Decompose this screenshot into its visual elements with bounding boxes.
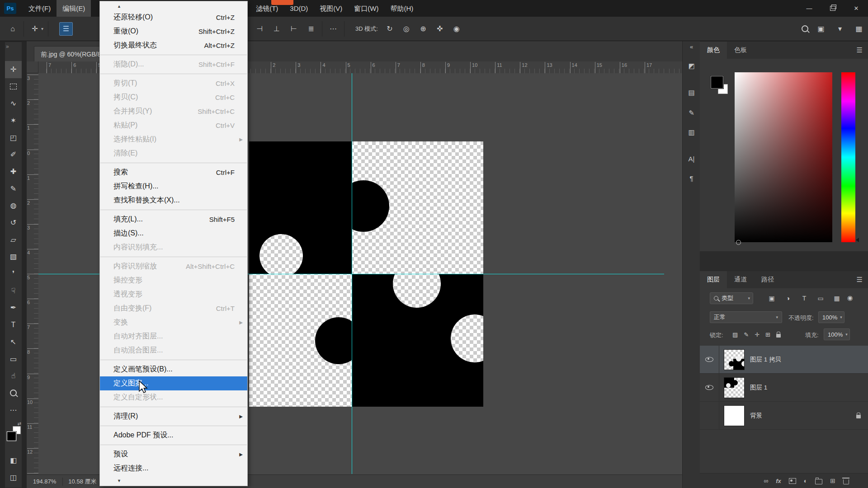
properties-panel-icon[interactable]: ▤ — [683, 89, 700, 97]
brush-settings-panel-icon[interactable]: ✎ — [683, 109, 700, 117]
filter-shape-layers-icon[interactable]: ▭ — [815, 292, 826, 304]
menu-item[interactable]: 定义图案... — [100, 376, 247, 390]
tab-channels[interactable]: 通道 — [727, 271, 754, 288]
lock-pixels-icon[interactable]: ✎ — [744, 331, 749, 338]
menu-item[interactable]: 粘贴(P)Ctrl+V — [100, 118, 247, 132]
search-icon[interactable] — [802, 25, 808, 32]
3d-drag-icon[interactable]: ⊕ — [417, 22, 429, 36]
swap-colors-icon[interactable]: ⇄ — [18, 421, 21, 426]
path-selection-tool[interactable]: ↖ — [5, 333, 22, 351]
panel-menu-icon[interactable]: ☰ — [857, 276, 863, 284]
menu-item[interactable]: 自动混合图层... — [100, 343, 247, 357]
align-center-icon[interactable]: ⊥ — [270, 22, 283, 36]
layer-thumbnail[interactable] — [724, 377, 745, 398]
menu-item[interactable]: 切换最终状态Alt+Ctrl+Z — [100, 38, 247, 52]
menu-item[interactable]: 描边(S)... — [100, 226, 247, 240]
current-tool-icon[interactable]: ✛ — [28, 22, 41, 36]
zoom-tool[interactable] — [5, 385, 22, 402]
character-panel-icon[interactable]: A| — [683, 155, 700, 163]
workspace-icon[interactable]: ▣ — [815, 22, 827, 36]
menu-item[interactable]: 渐隐(D)...Shift+Ctrl+F — [100, 57, 247, 71]
3d-orbit-icon[interactable]: ↻ — [383, 22, 396, 36]
menu-item[interactable]: 定义自定形状... — [100, 390, 247, 404]
layer-thumbnail[interactable] — [724, 405, 745, 426]
menu-item[interactable]: 搜索Ctrl+F — [100, 165, 247, 179]
quick-mask-button[interactable]: ◧ — [5, 452, 22, 469]
adjustments-panel-icon[interactable]: ◩ — [683, 62, 700, 70]
quick-selection-tool[interactable]: ✶ — [5, 112, 22, 129]
filter-toggle-icon[interactable]: ◉ — [847, 294, 853, 301]
align-left-icon[interactable]: ⊣ — [253, 22, 266, 36]
move-tool[interactable]: ✛ — [5, 61, 22, 78]
hand-tool[interactable]: ☝ — [5, 367, 22, 385]
crop-tool[interactable]: ◰ — [5, 129, 22, 146]
expand-toolbar-icon[interactable]: » — [6, 43, 9, 50]
tab-paths[interactable]: 路径 — [754, 271, 781, 288]
color-marker[interactable] — [736, 240, 741, 245]
restore-button[interactable] — [821, 0, 844, 17]
menu-item[interactable]: 定义画笔预设(B)... — [100, 362, 247, 376]
history-brush-tool[interactable]: ↺ — [5, 214, 22, 231]
menu-item[interactable]: 重做(O)Shift+Ctrl+Z — [100, 24, 247, 38]
hue-marker-icon[interactable] — [856, 238, 859, 242]
paragraph-panel-icon[interactable]: ¶ — [683, 174, 700, 182]
lasso-tool[interactable]: ∿ — [5, 95, 22, 112]
hue-slider[interactable] — [841, 72, 855, 242]
layer-row[interactable]: 背景 — [700, 402, 868, 430]
zoom-level-field[interactable]: 194.87% — [27, 478, 62, 485]
menu-item[interactable]: 透视变形 — [100, 287, 247, 301]
smudge-tool[interactable]: ☟ — [5, 282, 22, 300]
layer-row[interactable]: 图层 1 拷贝 — [700, 346, 868, 374]
shape-tool[interactable]: ▭ — [5, 351, 22, 368]
menu-item[interactable]: 自动对齐图层... — [100, 329, 247, 343]
menu-item[interactable]: 拼写检查(H)... — [100, 179, 247, 193]
document-info[interactable]: 10.58 厘米 — [68, 478, 96, 486]
visibility-toggle[interactable] — [700, 374, 719, 401]
menu-item[interactable]: 远程连接... — [100, 461, 247, 475]
menu-item[interactable]: 清除(E) — [100, 146, 247, 160]
blur-tool[interactable]: ❜ — [5, 265, 22, 282]
filter-type-layers-icon[interactable]: T — [798, 292, 810, 304]
tool-caret-icon[interactable]: ▾ — [41, 26, 43, 31]
menu-scroll-up-icon[interactable]: ▲ — [100, 2, 247, 10]
ruler-left[interactable]: 321012345678910111213 — [27, 73, 39, 475]
eraser-tool[interactable]: ▱ — [5, 231, 22, 249]
filter-smart-objects-icon[interactable]: ▦ — [831, 292, 843, 304]
tab-layers[interactable]: 图层 — [700, 271, 727, 288]
new-layer-icon[interactable]: ⊞ — [830, 477, 835, 484]
grid-view-icon[interactable]: ▦ — [853, 22, 865, 36]
3d-camera-icon[interactable]: ◉ — [450, 22, 463, 36]
close-button[interactable]: ✕ — [844, 0, 868, 17]
gradient-tool[interactable]: ▧ — [5, 249, 22, 266]
clone-stamp-tool[interactable]: ◍ — [5, 197, 22, 215]
screen-mode-button[interactable]: ◫ — [5, 469, 22, 486]
3d-slide-icon[interactable]: ✜ — [434, 22, 446, 36]
lock-transparent-icon[interactable]: ▨ — [732, 331, 738, 338]
tab-swatches[interactable]: 色板 — [727, 42, 754, 59]
menu-item[interactable]: 内容识别缩放Alt+Shift+Ctrl+C — [100, 259, 247, 273]
color-swatches[interactable]: ⇄ — [5, 422, 22, 446]
adjustment-layer-icon[interactable]: ◐ — [804, 477, 807, 484]
eyedropper-tool[interactable]: ✐ — [5, 146, 22, 163]
menu-item[interactable]: 查找和替换文本(X)... — [100, 193, 247, 207]
menu-item[interactable]: 剪切(T)Ctrl+X — [100, 76, 247, 90]
minimize-button[interactable]: — — [797, 0, 821, 17]
color-gradient-field[interactable] — [735, 72, 832, 242]
layer-style-icon[interactable]: fx — [776, 478, 781, 484]
tab-color[interactable]: 颜色 — [700, 42, 727, 59]
layer-row[interactable]: 图层 1 — [700, 374, 868, 402]
menu-item[interactable]: 清理(R)▶ — [100, 409, 247, 423]
lock-position-icon[interactable]: ✛ — [755, 331, 760, 338]
healing-brush-tool[interactable]: ✚ — [5, 163, 22, 180]
rectangular-marquee-tool[interactable] — [5, 78, 22, 95]
home-icon[interactable]: ⌂ — [6, 22, 19, 36]
opacity-select[interactable]: 100% ▾ — [818, 311, 844, 323]
menu-item[interactable]: 填充(L)...Shift+F5 — [100, 212, 247, 226]
visibility-toggle[interactable] — [700, 346, 719, 373]
align-right-icon[interactable]: ⊢ — [288, 22, 300, 36]
menubar-item[interactable]: 编辑(E) — [57, 0, 91, 17]
foreground-color-swatch[interactable] — [7, 432, 16, 441]
menu-item[interactable]: 变换▶ — [100, 315, 247, 329]
layer-filter-type[interactable]: 类型 ▾ — [710, 292, 753, 304]
type-tool[interactable]: T — [5, 316, 22, 333]
